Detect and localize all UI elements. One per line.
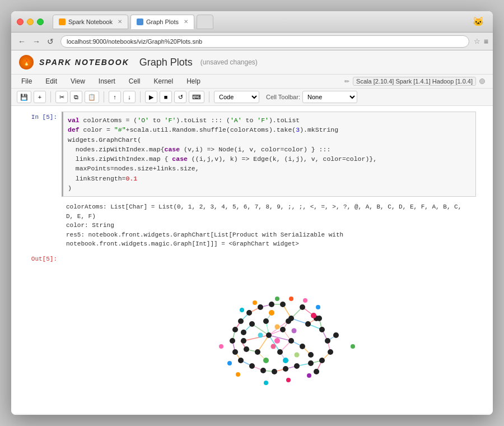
menu-file[interactable]: File (19, 76, 34, 86)
move-up-button[interactable]: ↑ (109, 91, 121, 103)
toolbar: 💾 + ✂ ⧉ 📋 ↑ ↓ ▶ ■ ↺ ⌨ Code Markdown Raw … (11, 89, 493, 106)
svg-point-75 (241, 338, 246, 344)
svg-point-72 (288, 338, 294, 344)
tab-new[interactable] (197, 15, 213, 29)
menu-help[interactable]: Help (184, 76, 203, 86)
svg-point-92 (219, 344, 223, 349)
cut-button[interactable]: ✂ (55, 91, 68, 103)
svg-point-95 (264, 381, 268, 385)
svg-point-101 (316, 305, 320, 309)
graph-tab-icon (137, 18, 143, 25)
svg-point-78 (308, 352, 314, 358)
svg-point-73 (280, 327, 286, 332)
svg-point-84 (286, 318, 291, 324)
svg-point-107 (275, 324, 280, 329)
svg-point-60 (238, 358, 244, 363)
svg-point-97 (307, 373, 311, 378)
graph-svg (179, 268, 358, 402)
svg-point-50 (319, 327, 325, 332)
menu-view[interactable]: View (68, 76, 87, 86)
svg-point-94 (236, 372, 240, 377)
move-down-button[interactable]: ↓ (123, 91, 136, 103)
command-button[interactable]: ⌨ (189, 91, 204, 103)
traffic-lights (17, 18, 44, 25)
paste-button[interactable]: 📋 (85, 91, 99, 103)
output-line-3: res5: notebook.front.widgets.GraphChart[… (66, 230, 472, 249)
minimize-button[interactable] (27, 18, 34, 25)
menu-kernel[interactable]: Kernel (152, 76, 176, 86)
maximize-button[interactable] (37, 18, 44, 25)
svg-point-66 (258, 304, 263, 310)
page-title: Graph Plots (139, 57, 193, 68)
svg-point-61 (232, 349, 238, 355)
save-button[interactable]: 💾 (17, 91, 31, 103)
title-bar: Spark Notebook ✕ Graph Plots ✕ 🐱 (11, 11, 493, 33)
svg-point-69 (249, 321, 255, 327)
svg-point-52 (328, 349, 333, 355)
graph-visualization (62, 262, 476, 408)
svg-point-76 (244, 346, 249, 352)
tab-graph[interactable]: Graph Plots ✕ (130, 15, 194, 29)
tab-graph-label: Graph Plots (146, 18, 179, 25)
tab-spark[interactable]: Spark Notebook ✕ (53, 15, 128, 29)
browser-menu-icon[interactable]: 🐱 (469, 16, 487, 27)
svg-point-55 (294, 363, 300, 369)
svg-point-85 (274, 338, 280, 344)
svg-point-81 (316, 316, 322, 321)
reload-button[interactable]: ↺ (45, 36, 56, 47)
toolbar-sep-2 (104, 91, 104, 103)
svg-point-74 (263, 318, 269, 324)
toolbar-sep-4 (209, 91, 209, 103)
url-input[interactable] (60, 35, 469, 48)
input-label: In [5]: (28, 112, 62, 121)
svg-point-100 (303, 298, 307, 303)
browser-window: Spark Notebook ✕ Graph Plots ✕ 🐱 ← → ↺ ☆… (11, 11, 493, 415)
svg-point-91 (351, 344, 355, 349)
menu-cell[interactable]: Cell (127, 76, 143, 86)
svg-point-57 (272, 369, 277, 374)
code-line-2: def color = "#"+scala.util.Random.shuffl… (68, 125, 471, 135)
input-cell-container: In [5]: val colorAtoms = ('O' to 'F').to… (11, 112, 493, 408)
tab-graph-close[interactable]: ✕ (184, 18, 188, 25)
menu-insert[interactable]: Insert (96, 76, 118, 86)
cell-type-select[interactable]: Code Markdown Raw (214, 91, 259, 103)
svg-point-49 (300, 304, 305, 310)
output-line-1: colorAtoms: List[Char] = List(0, 1, 2, 3… (66, 202, 472, 221)
output-text: colorAtoms: List[Char] = List(0, 1, 2, 3… (62, 200, 476, 251)
cell-toolbar-select[interactable]: None Edit Metadata (302, 91, 357, 103)
code-line-4: nodes.zipWithIndex.map{case (v,i) => Nod… (68, 145, 471, 154)
forward-button[interactable]: → (30, 36, 43, 47)
tab-spark-close[interactable]: ✕ (118, 18, 122, 25)
bookmark-icon[interactable]: ☆ (474, 37, 480, 46)
code-cell[interactable]: val colorAtoms = ('O' to 'F').toList :::… (62, 112, 476, 197)
edit-icon: ✏ (344, 78, 349, 85)
svg-point-82 (333, 332, 339, 338)
restart-button[interactable]: ↺ (174, 91, 186, 103)
copy-button[interactable]: ⧉ (70, 91, 82, 103)
menu-edit[interactable]: Edit (43, 76, 59, 86)
svg-point-106 (258, 332, 263, 337)
timing-bar: 714 milliseconds (11, 414, 493, 415)
close-button[interactable] (17, 18, 24, 25)
svg-point-46 (266, 332, 272, 338)
output-text-row: colorAtoms: List[Char] = List(0, 1, 2, 3… (28, 200, 476, 251)
stop-button[interactable]: ■ (160, 91, 172, 103)
svg-point-96 (286, 378, 291, 382)
svg-point-53 (319, 358, 325, 363)
run-button[interactable]: ▶ (145, 91, 157, 103)
svg-point-64 (238, 318, 244, 324)
svg-point-62 (230, 338, 235, 344)
menu-right: ✏ Scala [2.10.4] Spark [1.4.1] Hadoop [1… (344, 77, 485, 86)
svg-point-77 (300, 344, 305, 349)
browser-menu-button[interactable]: ≡ (484, 37, 488, 46)
code-line-7: linkStrength=0.1 (68, 174, 471, 183)
svg-point-103 (240, 308, 244, 312)
add-cell-button[interactable]: + (34, 91, 46, 103)
svg-point-89 (311, 313, 316, 318)
svg-point-87 (263, 358, 269, 363)
svg-point-99 (289, 297, 293, 301)
kernel-info: Scala [2.10.4] Spark [1.4.1] Hadoop [1.0… (353, 77, 476, 86)
spark-brand: SPARK NOTEBOOK (39, 58, 129, 67)
back-button[interactable]: ← (16, 36, 28, 47)
svg-point-98 (275, 297, 279, 301)
